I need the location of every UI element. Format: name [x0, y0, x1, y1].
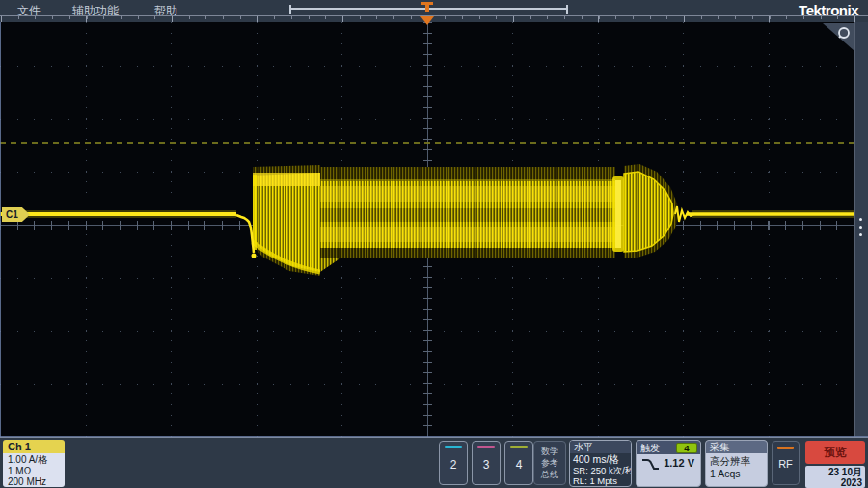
preview-button[interactable]: 预览 — [805, 441, 865, 464]
horizontal-title: 水平 — [570, 441, 631, 453]
channel-3-button[interactable]: 3 — [472, 441, 501, 485]
trigger-position-marker-icon[interactable] — [420, 16, 434, 25]
acquisition-count: 1 Acqs — [710, 468, 767, 480]
channel-2-label: 2 — [440, 458, 467, 472]
channel-1-badge[interactable]: Ch 1 1.00 A/格 1 MΩ 200 MHz — [3, 440, 65, 487]
handle-dot — [859, 233, 862, 236]
trigger-header: 触发 4 — [637, 441, 700, 454]
graticule-left-edge — [0, 22, 1, 437]
acquisition-title: 采集 — [706, 441, 767, 453]
trigger-body: 1.12 V — [637, 454, 700, 472]
waveform-view[interactable]: C1 — [0, 22, 868, 437]
waveform-canvas — [0, 22, 868, 437]
horizontal-scale: 400 ms/格 — [573, 454, 631, 465]
channel-1-bandwidth: 200 MHz — [8, 476, 65, 487]
channel-2-color-bar — [445, 446, 462, 448]
falling-edge-icon — [641, 457, 660, 472]
channel-4-button[interactable]: 4 — [504, 441, 533, 485]
channel-2-button[interactable]: 2 — [439, 441, 468, 485]
channel-1-settings: 1.00 A/格 1 MΩ 200 MHz — [3, 453, 65, 487]
menu-bar: 文件 辅助功能 帮助 Tektronix — [0, 0, 868, 22]
handle-dot — [859, 218, 862, 221]
channel-1-title: Ch 1 — [3, 440, 65, 453]
ref-label: 参考 — [534, 457, 565, 469]
bracket-left-cap — [289, 5, 291, 14]
datetime-display: 23 10月 2023 10:56:04 — [805, 466, 865, 488]
trigger-source-badge: 4 — [676, 443, 697, 453]
bus-label: 总线 — [534, 469, 565, 480]
trigger-title: 触发 — [640, 442, 660, 455]
channel-4-label: 4 — [505, 458, 532, 472]
channel-1-impedance: 1 MΩ — [8, 466, 65, 477]
rf-button[interactable]: RF — [772, 441, 800, 485]
trigger-position-handle-stem[interactable] — [425, 4, 429, 12]
status-bar: Ch 1 1.00 A/格 1 MΩ 200 MHz 2 3 4 数学 参考 总… — [0, 437, 868, 488]
acquisition-mode: 高分辨率 — [710, 455, 767, 468]
channel-4-color-bar — [510, 446, 528, 448]
horizontal-panel[interactable]: 水平 400 ms/格 SR: 250 k次/秒 RL: 1 Mpts — [569, 440, 632, 487]
record-length: RL: 1 Mpts — [573, 475, 631, 486]
rf-color-bar — [777, 447, 794, 449]
vertical-scrollbar[interactable] — [854, 22, 868, 437]
bracket-right-cap — [566, 5, 568, 14]
channel-3-color-bar — [477, 446, 495, 448]
rf-label: RF — [773, 458, 799, 470]
math-label: 数学 — [534, 446, 565, 457]
acquisition-panel[interactable]: 采集 高分辨率 1 Acqs — [705, 440, 768, 487]
scrollbar-drag-handle[interactable] — [859, 218, 863, 241]
math-ref-bus-button[interactable]: 数学 参考 总线 — [533, 441, 566, 485]
acquisition-body: 高分辨率 1 Acqs — [706, 453, 767, 479]
trigger-level: 1.12 V — [664, 457, 694, 472]
channel-3-label: 3 — [473, 458, 500, 472]
date-text: 23 10月 2023 — [805, 467, 862, 488]
horizontal-settings: 400 ms/格 SR: 250 k次/秒 RL: 1 Mpts — [570, 453, 631, 486]
trigger-panel[interactable]: 触发 4 1.12 V — [636, 440, 701, 487]
handle-dot — [859, 226, 862, 229]
channel-1-scale: 1.00 A/格 — [8, 454, 65, 466]
sample-rate: SR: 250 k次/秒 — [573, 465, 631, 475]
